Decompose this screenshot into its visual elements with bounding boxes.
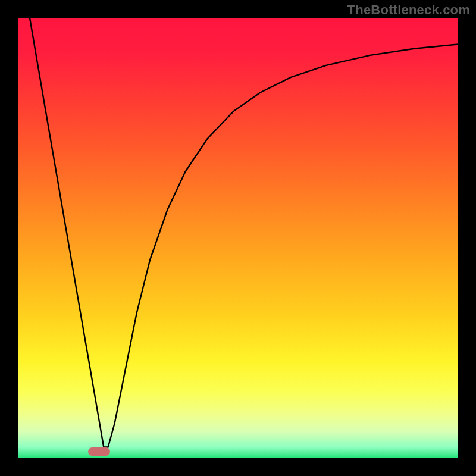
- plot-svg: [18, 18, 458, 458]
- optimum-marker: [88, 447, 110, 455]
- chart-frame: TheBottleneck.com: [0, 0, 476, 476]
- gradient-background: [18, 18, 458, 458]
- plot-area: [18, 18, 458, 458]
- watermark-text: TheBottleneck.com: [347, 2, 470, 18]
